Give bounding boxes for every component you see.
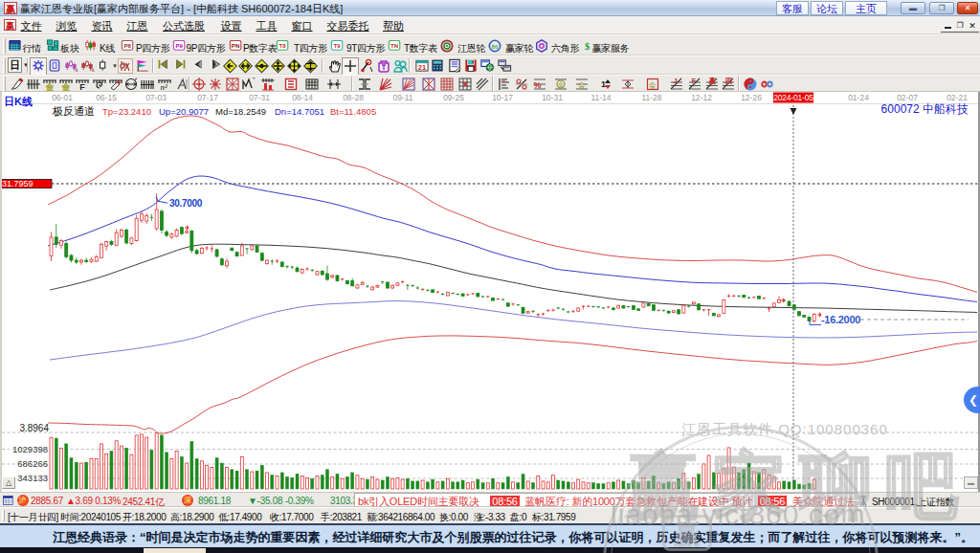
sz-index-value: 8961.18 (198, 496, 231, 506)
menu-news[interactable]: 资讯 (92, 19, 113, 33)
minimize-button[interactable]: ▬ (901, 2, 925, 14)
toolbar-separator (322, 58, 323, 73)
axis-date-label: 01-24 (848, 93, 869, 102)
blocks-icon[interactable] (46, 39, 60, 56)
menu-trade[interactable]: 交易委托 (327, 19, 369, 33)
period-selector[interactable]: 日 (8, 57, 22, 73)
menu-help[interactable]: 帮助 (383, 19, 404, 33)
goto-first-icon[interactable] (155, 58, 170, 76)
pane-collapse-button[interactable]: △ (2, 476, 15, 489)
axis-date-label: 02-21 (947, 93, 968, 102)
svg-text:金: 金 (61, 82, 72, 92)
svg-text:n²: n² (160, 82, 167, 92)
svg-text:J: J (674, 77, 678, 85)
toolbar-grip[interactable] (3, 58, 6, 74)
menu-tools[interactable]: 工具 (256, 19, 278, 33)
winner-wheel-icon[interactable]: 86 (488, 39, 501, 56)
gann-wheel-icon[interactable] (440, 39, 454, 56)
forum-button[interactable]: 论坛 (811, 1, 843, 15)
svg-text:金: 金 (44, 82, 55, 92)
pane-title[interactable]: 日K线 (4, 96, 33, 107)
ticker-time-badge: 08:56 (490, 496, 520, 507)
axis-date-label: 12-12 (691, 93, 712, 102)
toolbar-label-kline-candles[interactable]: K线 (100, 42, 115, 55)
scrollbar-stub[interactable]: ▬ (964, 476, 978, 489)
mdi-close-button[interactable]: ✕ (967, 21, 978, 32)
axis-date-label: 09-25 (443, 93, 464, 102)
axis-date-label: 08-28 (343, 93, 364, 102)
toolbar-label-badge-t9[interactable]: 9T四方形 (346, 42, 385, 55)
axis-date-label: 07-03 (145, 93, 167, 102)
prev-bar-icon[interactable] (190, 58, 206, 76)
volume-bars (50, 433, 815, 489)
menu-settings[interactable]: 设置 (221, 19, 242, 33)
volume-grid-label: 1029398 (12, 444, 48, 454)
last-price-label: -16.2000 (821, 314, 860, 325)
kline-chart[interactable]: 06-0106-1507-0307-1707-3108-1408-2809-11… (2, 92, 978, 492)
toolbar-label-quote-grid[interactable]: 行情 (22, 42, 40, 55)
indicator-name[interactable]: 极反通道 (52, 105, 95, 117)
badge-pn-icon[interactable]: PN (229, 39, 243, 56)
goto-last-icon[interactable] (173, 58, 189, 76)
quote-text: 江恩经典语录：“时间是决定市场走势的重要因素，经过详细研究大市及个别股票的过往记… (53, 529, 973, 546)
field-lots: 手:203821 (321, 511, 362, 524)
svg-text:P8: P8 (123, 42, 131, 49)
axis-date-label: 06-01 (52, 93, 73, 102)
bottom-notch (144, 548, 206, 553)
app-logo-icon: 赢 (4, 2, 17, 14)
mdi-minimize-button[interactable] (942, 21, 953, 32)
signal-arrow-marker (185, 226, 189, 230)
toolbar-label-blocks[interactable]: 板块 (60, 42, 78, 55)
toolbar-label-badge-tn[interactable]: T数字表 (404, 42, 437, 55)
sz-index-change: ▼-35.08 -0.39% (248, 496, 314, 506)
toolbar-label-gann-wheel[interactable]: 江恩轮 (457, 42, 485, 55)
indicator-value: Dn=14.7051 (275, 106, 324, 117)
toolbar-grip[interactable] (3, 38, 6, 54)
indicator-value: Up=20.9077 (159, 106, 209, 117)
svg-text:F: F (692, 77, 697, 85)
channel-up-line (48, 176, 977, 302)
toolbar-label-badge-p9[interactable]: 9P四方形 (187, 42, 226, 55)
menu-window[interactable]: 窗口 (292, 19, 313, 33)
toolbar-label-dollar[interactable]: 赢家服务 (592, 42, 630, 55)
toolbar-label-winner-wheel[interactable]: 赢家轮 (505, 42, 533, 55)
toolbar-separator (492, 77, 494, 91)
badge-tn-icon[interactable]: TN (388, 39, 402, 56)
badge-p9-icon[interactable]: P9 (172, 39, 187, 56)
toolbar-label-badge-pn[interactable]: P数字表 (243, 42, 277, 55)
restore-button[interactable]: ❐ (929, 2, 954, 14)
symbol-label: 600072 中船科技 (881, 102, 969, 116)
menu-file[interactable]: 文件 (21, 19, 42, 33)
field-lunar-date: [十一月廿四] (8, 511, 58, 524)
badge-t9-icon[interactable]: T9 (330, 39, 345, 56)
svg-text:1: 1 (601, 79, 606, 89)
mdi-restore-button[interactable]: ❐ (954, 21, 966, 32)
svg-text:T9: T9 (334, 42, 342, 49)
quote-grid-icon[interactable] (8, 39, 22, 56)
menu-formula-pick[interactable]: 公式选股 (163, 19, 205, 33)
menu-browse[interactable]: 浏览 (56, 19, 78, 33)
service-button[interactable]: 客服 (776, 1, 809, 15)
toolbar-label-badge-t8[interactable]: T四方形 (294, 42, 327, 55)
hexagon-icon[interactable] (535, 39, 548, 56)
close-button[interactable]: ✕ (957, 2, 978, 14)
crosshair-arrow (791, 108, 797, 115)
indicator-value: Md=18.2549 (215, 106, 266, 117)
indicator-value: Bt=11.4805 (330, 106, 376, 117)
field-amount: 额:364216864.00 (367, 511, 434, 524)
home-button[interactable]: 主页 (845, 1, 887, 15)
field-after-hours: 盘:0 (510, 511, 526, 524)
badge-p8-icon[interactable]: P8 (121, 39, 135, 56)
toolbar-label-hexagon[interactable]: 六角形 (551, 42, 579, 55)
channel-down-line (50, 301, 977, 360)
news-ticker[interactable]: bk引入OLED时间主要取决 08:56 蓝帆医疗: 新的1000万套急救包产能… (354, 493, 856, 507)
toolbar-label-badge-p8[interactable]: P四方形 (136, 42, 169, 55)
channel-mid-line (50, 244, 977, 312)
toolbar-grip[interactable] (3, 77, 6, 92)
sh-index-change: ▲3.69 0.13% (66, 496, 121, 506)
badge-t8-icon[interactable]: T8 (276, 39, 290, 56)
ticker-time-badge: 08:56 (758, 496, 788, 507)
axis-date-label: 11-28 (641, 93, 661, 102)
kline-candles-icon[interactable] (84, 39, 99, 56)
menu-gann[interactable]: 江恩 (127, 19, 148, 33)
